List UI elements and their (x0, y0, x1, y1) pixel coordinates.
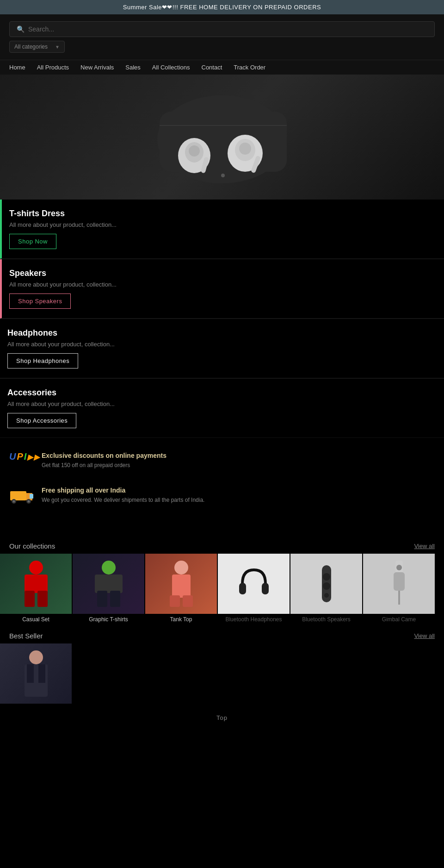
hero-earbuds-bg (0, 75, 444, 200)
svg-rect-32 (262, 583, 269, 594)
upi-feature: UPI▶▶ Exclusive discounts on online paym… (9, 452, 435, 473)
svg-point-9 (239, 143, 251, 155)
nav-new-arrivals[interactable]: New Arrivals (80, 64, 114, 71)
tshirt-desc: All more about your product, collection.… (9, 221, 435, 228)
svg-point-16 (13, 500, 15, 503)
shipping-feature-text: Free shipping all over India We got you … (42, 487, 204, 504)
svg-point-11 (221, 174, 225, 177)
svg-rect-22 (37, 591, 48, 607)
gimbal-image (363, 554, 435, 614)
svg-rect-20 (25, 575, 48, 593)
graphic-tee-image (73, 554, 144, 614)
svg-rect-30 (183, 595, 193, 607)
headphones-desc: All more about your product, collection.… (7, 341, 435, 348)
svg-rect-27 (174, 561, 188, 575)
shop-speakers-button[interactable]: Shop Speakers (9, 293, 71, 309)
shop-accessories-button[interactable]: Shop Accessories (7, 413, 76, 428)
speakers-title: Speakers (9, 269, 435, 278)
category-label: All categories (14, 44, 48, 50)
svg-rect-12 (10, 491, 26, 500)
collections-view-all[interactable]: View all (414, 543, 435, 550)
svg-rect-25 (97, 591, 107, 607)
svg-rect-1 (160, 112, 287, 172)
nav-track-order[interactable]: Track Order (234, 64, 265, 71)
upi-feature-text: Exclusive discounts on online payments G… (42, 452, 166, 469)
upi-icon: UPI▶▶ (9, 452, 35, 473)
shop-headphones-button[interactable]: Shop Headphones (7, 353, 78, 368)
collection-card-graphic-tee[interactable]: Graphic T-shirts (73, 554, 144, 625)
nav-all-products[interactable]: All Products (37, 64, 69, 71)
bluetooth-hp-label: Bluetooth Headphones (218, 614, 290, 625)
svg-rect-21 (25, 591, 35, 607)
svg-rect-23 (102, 561, 116, 575)
svg-rect-24 (95, 575, 123, 593)
shipping-desc: We got you covered. We deliver shipments… (42, 496, 204, 504)
svg-point-36 (324, 593, 329, 598)
svg-rect-39 (398, 591, 400, 605)
best-seller-card-1[interactable] (0, 643, 72, 704)
svg-point-18 (28, 500, 30, 503)
gimbal-label: Gimbal Came (363, 614, 435, 625)
svg-point-35 (323, 582, 330, 590)
shipping-title: Free shipping all over India (42, 487, 204, 494)
top-label: Top (216, 714, 228, 721)
announcement-text: Summer Sale❤❤!!! FREE HOME DELIVERY ON P… (123, 4, 321, 11)
tank-top-image (145, 554, 217, 614)
truck-icon (9, 487, 35, 507)
shop-now-button[interactable]: Shop Now (9, 234, 56, 249)
headphones-title: Headphones (7, 328, 435, 338)
speakers-desc: All more about your product, collection.… (9, 281, 435, 288)
svg-rect-41 (29, 650, 43, 664)
collection-card-bluetooth-hp[interactable]: Bluetooth Headphones (218, 554, 290, 625)
svg-point-34 (323, 573, 330, 581)
svg-rect-43 (27, 664, 34, 683)
tshirt-title: T-shirts Dress (9, 209, 435, 219)
search-placeholder: Search... (28, 25, 54, 33)
collection-card-bluetooth-spk[interactable]: Bluetooth Speakers (290, 554, 362, 625)
collection-card-tank-top[interactable]: Tank Top (145, 554, 217, 625)
top-label-section: Top (0, 704, 444, 731)
chevron-down-icon: ▼ (55, 44, 60, 50)
collection-speakers-section: Speakers All more about your product, co… (0, 259, 444, 318)
category-selector[interactable]: All categories ▼ (9, 41, 65, 53)
bluetooth-hp-image (218, 554, 290, 614)
svg-rect-31 (239, 583, 246, 594)
svg-rect-29 (170, 595, 180, 607)
upi-title: Exclusive discounts on online payments (42, 452, 166, 459)
tank-top-label: Tank Top (145, 614, 217, 625)
earbuds-illustration (134, 84, 310, 190)
collection-headphones-section: Headphones All more about your product, … (0, 319, 444, 378)
accessories-desc: All more about your product, collection.… (7, 400, 435, 407)
nav-home[interactable]: Home (9, 64, 25, 71)
hero-banner (0, 75, 444, 200)
features-section: UPI▶▶ Exclusive discounts on online paym… (0, 438, 444, 535)
best-seller-img-1 (0, 643, 72, 704)
upi-desc: Get flat 150 off on all prepaid orders (42, 461, 166, 469)
nav-sales[interactable]: Sales (125, 64, 141, 71)
best-seller-grid (0, 643, 444, 704)
search-bar[interactable]: 🔍 Search... (9, 21, 435, 37)
svg-point-5 (189, 145, 200, 156)
shipping-feature: Free shipping all over India We got you … (9, 487, 435, 507)
header: 🔍 Search... All categories ▼ (0, 14, 444, 60)
search-icon: 🔍 (17, 25, 25, 33)
svg-rect-26 (110, 591, 120, 607)
collection-card-gimbal[interactable]: Gimbal Came (363, 554, 435, 625)
svg-rect-19 (29, 561, 43, 575)
svg-rect-44 (38, 664, 45, 683)
casual-set-image (0, 554, 72, 614)
graphic-tee-label: Graphic T-shirts (73, 614, 144, 625)
accessories-title: Accessories (7, 388, 435, 398)
svg-rect-38 (394, 572, 405, 591)
collection-tshirt-section: T-shirts Dress All more about your produ… (0, 200, 444, 259)
svg-rect-28 (172, 575, 191, 598)
svg-rect-14 (30, 494, 33, 499)
nav-all-collections[interactable]: All Collections (152, 64, 190, 71)
casual-set-label: Casual Set (0, 614, 72, 625)
svg-point-40 (396, 565, 402, 570)
our-collections-header: Our collections View all (0, 535, 444, 554)
collection-card-casual-set[interactable]: Casual Set (0, 554, 72, 625)
best-seller-title: Best Seller (9, 632, 43, 640)
nav-contact[interactable]: Contact (202, 64, 222, 71)
best-seller-view-all[interactable]: View all (414, 632, 435, 639)
